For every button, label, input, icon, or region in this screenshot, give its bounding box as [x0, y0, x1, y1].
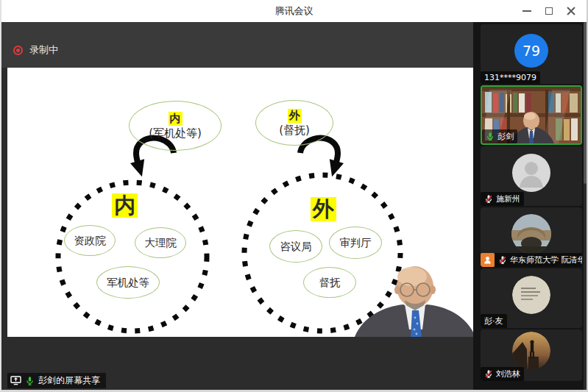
- shared-screen-area: 录制中: [1, 22, 473, 390]
- avatar-placeholder: [512, 154, 550, 192]
- oval-outer-top: 外 (督抚): [255, 100, 333, 146]
- node-label: 军机处等: [107, 276, 149, 290]
- participant-tile-pengjian[interactable]: 彭剑: [481, 85, 582, 145]
- close-button[interactable]: [560, 0, 582, 22]
- mic-muted-icon: [498, 255, 507, 265]
- avatar-photo: [511, 214, 551, 254]
- node-junjichu: 军机处等: [96, 266, 160, 299]
- titlebar: 腾讯会议: [1, 0, 587, 22]
- close-icon: [567, 7, 575, 15]
- role-badge: [481, 253, 495, 267]
- participant-name: 华东师范大学 阮清华: [510, 254, 582, 266]
- oval-inner-top-sub: (军机处等): [149, 126, 202, 140]
- left-group-title: 内: [112, 193, 138, 218]
- avatar-photo: [512, 332, 550, 370]
- node-label: 大理院: [144, 236, 177, 250]
- meeting-content: 录制中: [1, 22, 587, 390]
- maximize-button[interactable]: [538, 0, 560, 22]
- participant-tile-liuhaolin[interactable]: 刘浩林: [481, 329, 582, 381]
- node-daliyuan: 大理院: [135, 227, 186, 258]
- participant-tiles: 79 131****9079: [481, 24, 582, 381]
- node-zouyiju: 咨议局: [269, 230, 322, 263]
- node-zizhengyuan: 资政院: [64, 225, 116, 256]
- oval-inner-top: 内 (军机处等): [129, 101, 222, 151]
- node-label: 督抚: [319, 276, 341, 290]
- bridge-avatar-image: [511, 214, 551, 254]
- participant-tile-phone-user[interactable]: 79 131****9079: [481, 24, 582, 84]
- sunset-avatar-image: [512, 332, 550, 370]
- maximize-icon: [545, 7, 553, 15]
- screen-share-label: 彭剑的屏幕共享: [38, 374, 100, 387]
- person-badge-icon: [483, 255, 492, 265]
- mic-on-icon: [486, 132, 495, 141]
- avatar-photo: [512, 276, 550, 314]
- participant-tile-pengyou[interactable]: 彭·友: [481, 268, 582, 328]
- window-controls: [516, 0, 582, 22]
- right-group-title: 外: [311, 197, 336, 221]
- meeting-window: 腾讯会议 录制中: [0, 0, 588, 392]
- node-label: 审判厅: [339, 236, 372, 250]
- meeting-topbar: 录制中: [1, 22, 473, 68]
- participant-name: 刘浩林: [496, 368, 520, 379]
- record-icon: [13, 46, 23, 55]
- window-title: 腾讯会议: [275, 4, 314, 18]
- scrollbar-thumb[interactable]: [584, 22, 587, 184]
- mic-muted-icon: [484, 194, 493, 204]
- presenter-camera-overlay: [347, 262, 476, 337]
- participant-name: 131****9079: [484, 73, 536, 82]
- mic-muted-icon: [484, 369, 493, 379]
- participant-name: 施新州: [496, 193, 520, 204]
- minimize-icon: [523, 10, 531, 12]
- recording-label: 录制中: [29, 43, 58, 57]
- avatar-number: 79: [514, 34, 548, 68]
- participants-sidebar: 79 131****9079: [473, 22, 587, 390]
- oval-outer-top-sub: (督抚): [279, 124, 310, 138]
- node-label: 咨议局: [280, 240, 312, 254]
- recording-indicator[interactable]: 录制中: [13, 43, 58, 57]
- node-label: 资政院: [74, 234, 106, 248]
- person-silhouette-icon: [512, 154, 550, 192]
- screen-share-icon: [10, 376, 21, 385]
- minimize-button[interactable]: [516, 0, 538, 22]
- oval-outer-top-title: 外: [288, 109, 302, 123]
- document-avatar-image: [512, 276, 550, 314]
- oval-inner-top-title: 内: [169, 112, 183, 126]
- shared-slide: 内 (军机处等) 外 (督抚) 内 资政院 大理院 军机处等: [7, 68, 476, 337]
- screen-share-banner: 彭剑的屏幕共享: [7, 373, 106, 388]
- sidebar-scrollbar[interactable]: [584, 22, 587, 390]
- participant-name: 彭剑: [497, 131, 514, 142]
- participant-tile-shixinzhou[interactable]: 施新州: [481, 146, 582, 206]
- node-shenpanting: 审判厅: [329, 227, 382, 259]
- mic-on-icon: [25, 376, 35, 386]
- participant-name: 彭·友: [484, 316, 503, 327]
- participant-tile-ruanqinghua[interactable]: 华东师范大学 阮清华: [481, 207, 582, 267]
